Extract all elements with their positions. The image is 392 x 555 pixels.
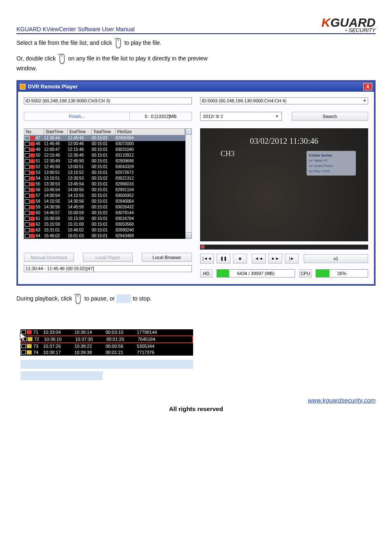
record-icon <box>30 159 35 163</box>
cell-filesize: 83110912 <box>115 153 185 157</box>
row-checkbox[interactable] <box>21 350 26 354</box>
row-checkbox[interactable] <box>25 222 30 227</box>
table-row[interactable]: 6014:45:5715:00:5900:15:0283078144 <box>24 210 185 216</box>
cell-filesize: 7645184 <box>138 337 192 342</box>
step-3-text-b: to pause, or <box>84 295 115 303</box>
list-item[interactable]: 7310:37:2610:38:2200:00:565305344 <box>21 343 193 349</box>
footer-link[interactable]: www.kguardsecurity.com <box>16 397 376 404</box>
table-row[interactable]: 6215:15:5915:31:0000:15:0183053568 <box>24 222 185 227</box>
manual-download-button[interactable]: Manual Download <box>24 253 74 262</box>
close-button[interactable]: X <box>363 83 372 90</box>
row-checkbox[interactable] <box>22 337 27 341</box>
cpu-usage-text: 26% <box>316 270 368 277</box>
video-preview: 03/02/2012 11:30:46 CH3 KView Series for… <box>200 128 368 241</box>
row-checkbox[interactable] <box>25 136 30 140</box>
list-item[interactable]: 7410:38:1710:39:3800:01:217717376 <box>21 349 193 356</box>
row-checkbox[interactable] <box>25 148 30 152</box>
step-forward-button[interactable]: |► <box>285 254 299 264</box>
record-icon <box>30 205 35 209</box>
mouse-icon <box>58 53 67 65</box>
scroll-down-icon[interactable]: ˅ <box>186 232 191 238</box>
cell-filesize: 83072000 <box>115 141 185 146</box>
table-row[interactable]: 5313:00:5113:15:5200:15:0182972672 <box>24 170 185 176</box>
row-checkbox[interactable] <box>25 205 30 209</box>
date-select[interactable]: 2012/ 3/ 2 ▼ <box>200 112 282 121</box>
skip-start-button[interactable]: |◄◄ <box>200 254 214 264</box>
cell-starttime: 13:30:53 <box>44 182 68 186</box>
chevron-down-icon[interactable]: ▼ <box>363 99 367 103</box>
cell-no: 54 <box>36 176 44 180</box>
preview-channel: CH3 <box>221 150 235 158</box>
table-row[interactable]: 4711:30:4411:45:4600:15:0282985984 <box>24 135 185 141</box>
fast-forward-button[interactable]: ►► <box>268 254 282 264</box>
table-row[interactable]: 5112:30:4912:45:5000:15:0182909696 <box>24 158 185 164</box>
row-checkbox[interactable] <box>25 142 30 146</box>
cell-totaltime: 00:15:01 <box>92 153 115 157</box>
row-checkbox[interactable] <box>25 194 30 198</box>
row-checkbox[interactable] <box>25 188 30 192</box>
row-checkbox[interactable] <box>25 182 30 186</box>
right-id-select[interactable]: ID:5003 (60.248.198.130:9000:CH4:CH 4) ▼ <box>200 97 368 104</box>
stop-button[interactable]: ■ <box>233 254 247 264</box>
cell-no: 73 <box>33 344 43 349</box>
cell-filesize: 82985984 <box>115 136 185 140</box>
chevron-down-icon[interactable]: ▼ <box>275 114 279 118</box>
scroll-up-icon[interactable]: ˄ <box>186 129 191 135</box>
row-checkbox[interactable] <box>25 211 30 215</box>
table-row[interactable]: 5914:30:5614:45:5800:15:0283026432 <box>24 204 185 210</box>
row-checkbox[interactable] <box>25 234 30 238</box>
cell-endtime: 14:00:55 <box>68 187 92 192</box>
search-button[interactable]: Search <box>292 112 369 121</box>
row-checkbox[interactable] <box>25 199 30 204</box>
cell-totaltime: 00:15:01 <box>92 222 115 227</box>
row-checkbox[interactable] <box>21 344 26 348</box>
table-row[interactable]: 5513:30:5313:45:5400:15:0182966016 <box>24 181 185 187</box>
table-row[interactable]: 5012:15:4812:30:4900:15:0183110912 <box>24 153 185 158</box>
table-row[interactable]: 6315:31:0115:46:0200:15:0182890240 <box>24 227 185 233</box>
table-row[interactable]: 6115:00:5815:15:5900:15:0183016704 <box>24 216 185 222</box>
list-item[interactable]: 7110:33:0410:36:1400:03:1017798144 <box>21 329 193 335</box>
col-no[interactable]: No. <box>24 129 44 135</box>
hd-usage-bar: 6434 / 39997 (MB) <box>217 269 295 278</box>
table-row[interactable]: 4912:00:4712:15:4800:15:0183031040 <box>24 147 185 153</box>
col-totaltime[interactable]: TotalTime <box>92 129 115 135</box>
table-row[interactable]: 5814:15:5514:30:5600:15:0182840064 <box>24 199 185 204</box>
table-row[interactable]: 5714:00:5414:15:5500:15:0183005952 <box>24 193 185 199</box>
pause-button[interactable]: ❚❚ <box>217 254 231 264</box>
rewind-button[interactable]: ◄◄ <box>252 254 266 264</box>
local-browser-button[interactable]: Local Browser <box>142 253 192 262</box>
cell-totaltime: 00:15:02 <box>92 176 115 180</box>
playback-timeline[interactable] <box>200 245 368 250</box>
speed-button[interactable]: x1 <box>304 254 368 263</box>
col-endtime[interactable]: EndTime <box>68 129 92 135</box>
cell-starttime: 13:45:54 <box>44 187 68 192</box>
playhead-icon[interactable] <box>201 245 205 249</box>
file-list-table[interactable]: No. StartTime EndTime TotalTime FileSize… <box>24 128 185 239</box>
col-starttime[interactable]: StartTime <box>44 129 68 135</box>
window-titlebar[interactable]: DVR Remote Player X <box>18 82 374 92</box>
table-row[interactable]: 5413:15:5113:30:5300:15:0283021312 <box>24 176 185 181</box>
table-row[interactable]: 6415:46:0216:01:0300:15:0182943488 <box>24 233 185 239</box>
highlighted-row-box: 7210:36:1010:37:3000:01:207645184 <box>21 335 193 343</box>
row-checkbox[interactable] <box>25 171 30 175</box>
row-checkbox[interactable] <box>21 330 26 334</box>
row-checkbox[interactable] <box>25 165 30 169</box>
table-row[interactable]: 5613:45:5414:00:5500:15:0182991104 <box>24 187 185 193</box>
mouse-icon <box>114 37 123 49</box>
local-player-button[interactable]: Local Player <box>83 253 133 262</box>
table-row[interactable]: 4811:45:4512:00:4600:15:0183072000 <box>24 141 185 147</box>
cell-endtime: 12:00:46 <box>68 141 92 146</box>
cell-totaltime: 00:00:56 <box>106 344 137 349</box>
row-checkbox[interactable] <box>25 228 30 232</box>
cell-totaltime: 00:01:20 <box>106 337 138 342</box>
table-row[interactable]: 5212:45:5013:00:5100:15:0183043328 <box>24 164 185 170</box>
row-checkbox[interactable] <box>25 153 30 157</box>
col-filesize[interactable]: FileSize <box>115 129 185 135</box>
row-checkbox[interactable] <box>25 159 30 163</box>
redacted-line <box>21 360 193 369</box>
cell-no: 50 <box>36 153 44 157</box>
list-item[interactable]: 7210:36:1010:37:3000:01:207645184 <box>21 336 192 342</box>
row-checkbox[interactable] <box>25 176 30 180</box>
file-list-scrollbar[interactable]: ˄ ˅ <box>185 128 192 239</box>
row-checkbox[interactable] <box>25 217 30 221</box>
